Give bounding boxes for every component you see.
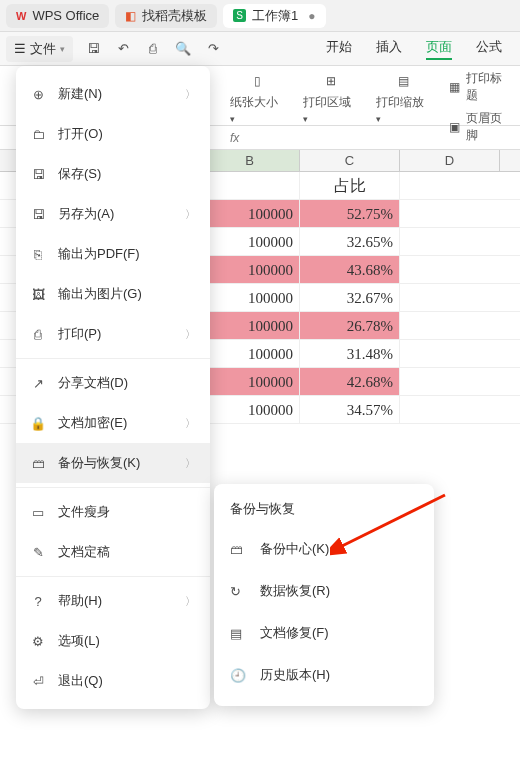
menu-item-share[interactable]: ↗分享文档(D) — [16, 363, 210, 403]
submenu-title: 备份与恢复 — [214, 494, 434, 528]
ribbon-label: 打印标题 — [466, 70, 512, 104]
cell[interactable]: 43.68% — [300, 256, 400, 283]
saveas-icon: 🖫 — [30, 207, 46, 222]
cell[interactable]: 100000 — [200, 200, 300, 227]
menu-item-label: 帮助(H) — [58, 592, 102, 610]
encrypt-icon: 🔒 — [30, 416, 46, 431]
tab-wps-office[interactable]: W WPS Office — [6, 4, 109, 28]
history-icon: 🕘 — [230, 668, 248, 683]
menu-item-slim[interactable]: ▭文件瘦身 — [16, 492, 210, 532]
cell[interactable] — [200, 172, 300, 199]
col-header-b[interactable]: B — [200, 150, 300, 171]
data-recover-icon: ↻ — [230, 584, 248, 599]
cell[interactable]: 100000 — [200, 228, 300, 255]
main-toolbar: ☰ 文件 ▾ 🖫 ↶ ⎙ 🔍 ↷ 开始 插入 页面 公式 — [0, 32, 520, 66]
menu-item-final[interactable]: ✎文档定稿 — [16, 532, 210, 572]
menu-icon: ☰ — [14, 41, 26, 56]
ribbon-header-footer[interactable]: ▣页眉页脚 — [449, 110, 512, 144]
cell[interactable]: 100000 — [200, 396, 300, 423]
backup-submenu: 备份与恢复 🗃备份中心(K)↻数据恢复(R)▤文档修复(F)🕘历史版本(H) — [214, 484, 434, 706]
cell[interactable]: 32.67% — [300, 284, 400, 311]
help-icon: ? — [30, 594, 46, 609]
cell[interactable]: 占比 — [300, 172, 400, 199]
submenu-item-data-recover[interactable]: ↻数据恢复(R) — [214, 570, 434, 612]
redo-icon[interactable]: ↷ — [203, 39, 223, 59]
menu-item-print[interactable]: ⎙打印(P)〉 — [16, 314, 210, 354]
ribbon-print-scale[interactable]: ▤ 打印缩放 ▾ — [376, 70, 431, 125]
cell[interactable]: 52.75% — [300, 200, 400, 227]
menu-item-open[interactable]: 🗀打开(O) — [16, 114, 210, 154]
chevron-right-icon: 〉 — [185, 327, 196, 342]
submenu-item-doc-repair[interactable]: ▤文档修复(F) — [214, 612, 434, 654]
fx-label: fx — [230, 131, 239, 145]
menu-item-pdf[interactable]: ⎘输出为PDF(F) — [16, 234, 210, 274]
chevron-right-icon: 〉 — [185, 456, 196, 471]
cell[interactable]: 100000 — [200, 256, 300, 283]
col-header-c[interactable]: C — [300, 150, 400, 171]
file-button[interactable]: ☰ 文件 ▾ — [6, 36, 73, 62]
menu-item-save[interactable]: 🖫保存(S) — [16, 154, 210, 194]
cell[interactable]: 31.48% — [300, 340, 400, 367]
tab-label: 工作簿1 — [252, 7, 298, 25]
image-icon: 🖼 — [30, 287, 46, 302]
chevron-right-icon: 〉 — [185, 207, 196, 222]
file-menu: ⊕新建(N)〉🗀打开(O)🖫保存(S)🖫另存为(A)〉⎘输出为PDF(F)🖼输出… — [16, 66, 210, 709]
menu-item-image[interactable]: 🖼输出为图片(G) — [16, 274, 210, 314]
ribbon-print-title[interactable]: ▦打印标题 — [449, 70, 512, 104]
doc-repair-icon: ▤ — [230, 626, 248, 641]
cell[interactable]: 34.57% — [300, 396, 400, 423]
save-icon[interactable]: 🖫 — [83, 39, 103, 59]
menu-item-new[interactable]: ⊕新建(N)〉 — [16, 74, 210, 114]
ribbon-label: 页眉页脚 — [466, 110, 512, 144]
tab-page[interactable]: 页面 — [426, 38, 452, 60]
tab-label: WPS Office — [32, 8, 99, 23]
menu-item-saveas[interactable]: 🖫另存为(A)〉 — [16, 194, 210, 234]
cell[interactable]: 42.68% — [300, 368, 400, 395]
menu-item-label: 打印(P) — [58, 325, 101, 343]
ribbon-print-area[interactable]: ⊞ 打印区域 ▾ — [303, 70, 358, 125]
tab-docshell[interactable]: ◧ 找稻壳模板 — [115, 4, 217, 28]
chevron-down-icon: ▾ — [60, 44, 65, 54]
chevron-right-icon: 〉 — [185, 594, 196, 609]
pdf-icon: ⎘ — [30, 247, 46, 262]
exit-icon: ⏎ — [30, 674, 46, 689]
docshell-icon: ◧ — [125, 9, 136, 23]
new-icon: ⊕ — [30, 87, 46, 102]
submenu-item-history[interactable]: 🕘历史版本(H) — [214, 654, 434, 696]
menu-item-backup[interactable]: 🗃备份与恢复(K)〉 — [16, 443, 210, 483]
menu-item-label: 另存为(A) — [58, 205, 114, 223]
submenu-item-label: 数据恢复(R) — [260, 582, 330, 600]
submenu-item-backup-center[interactable]: 🗃备份中心(K) — [214, 528, 434, 570]
slim-icon: ▭ — [30, 505, 46, 520]
final-icon: ✎ — [30, 545, 46, 560]
tab-formula[interactable]: 公式 — [476, 38, 502, 60]
tab-workbook[interactable]: S 工作簿1 ● — [223, 4, 325, 28]
menu-item-label: 备份与恢复(K) — [58, 454, 140, 472]
undo-icon[interactable]: ↶ — [113, 39, 133, 59]
window-tabs: W WPS Office ◧ 找稻壳模板 S 工作簿1 ● — [0, 0, 520, 32]
preview-icon[interactable]: 🔍 — [173, 39, 193, 59]
close-icon[interactable]: ● — [308, 9, 315, 23]
menu-item-label: 退出(Q) — [58, 672, 103, 690]
cell[interactable]: 32.65% — [300, 228, 400, 255]
menu-tabs: 开始 插入 页面 公式 — [326, 38, 514, 60]
menu-item-options[interactable]: ⚙选项(L) — [16, 621, 210, 661]
options-icon: ⚙ — [30, 634, 46, 649]
ribbon-page-size[interactable]: ▯ 纸张大小 ▾ — [230, 70, 285, 125]
menu-item-encrypt[interactable]: 🔒文档加密(E)〉 — [16, 403, 210, 443]
menu-item-exit[interactable]: ⏎退出(Q) — [16, 661, 210, 701]
cell[interactable]: 100000 — [200, 312, 300, 339]
cell[interactable]: 100000 — [200, 284, 300, 311]
cell[interactable]: 26.78% — [300, 312, 400, 339]
tab-start[interactable]: 开始 — [326, 38, 352, 60]
col-header-d[interactable]: D — [400, 150, 500, 171]
tab-insert[interactable]: 插入 — [376, 38, 402, 60]
cell[interactable]: 100000 — [200, 368, 300, 395]
print-scale-icon: ▤ — [398, 70, 409, 92]
cell[interactable]: 100000 — [200, 340, 300, 367]
menu-item-help[interactable]: ?帮助(H)〉 — [16, 581, 210, 621]
print-icon[interactable]: ⎙ — [143, 39, 163, 59]
menu-item-label: 输出为图片(G) — [58, 285, 142, 303]
chevron-right-icon: 〉 — [185, 87, 196, 102]
file-label: 文件 — [30, 40, 56, 58]
